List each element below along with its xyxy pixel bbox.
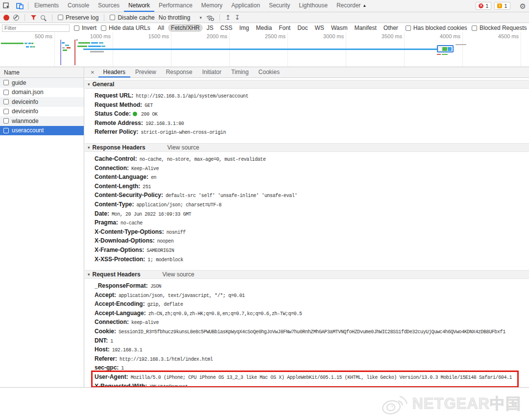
checkbox-icon <box>3 80 9 85</box>
devtools-panel-tab[interactable]: Elements <box>30 0 63 12</box>
request-type-filter[interactable]: Doc <box>294 24 311 32</box>
devtools-panel-tab[interactable]: Security <box>264 0 294 12</box>
header-row: X-Content-Type-Options:nosniff <box>85 227 529 237</box>
section-header[interactable]: ▾ Response Headers View source <box>85 143 529 152</box>
invert-checkbox[interactable]: Invert <box>74 25 96 31</box>
network-conditions-icon[interactable] <box>206 14 214 21</box>
request-type-filter[interactable]: JS <box>204 24 216 32</box>
request-row[interactable]: deviceinfo <box>0 97 84 107</box>
disclosure-triangle-icon: ▾ <box>88 272 90 277</box>
checkbox-icon <box>406 25 411 31</box>
request-row[interactable]: guide <box>0 78 84 88</box>
header-row: X-Requested-With:XMLHttpRequest <box>85 382 529 387</box>
request-type-filter[interactable]: Img <box>236 24 252 32</box>
request-row[interactable]: domain.json <box>0 88 84 98</box>
request-type-filter[interactable]: WS <box>312 24 327 32</box>
checkbox-icon <box>3 90 9 95</box>
devtools-panel-tab[interactable]: Lighthouse <box>294 0 332 12</box>
preserve-log-checkbox[interactable]: Preserve log <box>58 14 98 21</box>
filter-input[interactable] <box>2 25 70 32</box>
view-source-link[interactable]: View source <box>163 271 194 278</box>
device-toolbar-icon[interactable] <box>13 0 26 12</box>
network-toolbar: Preserve log Disable cache No throttling… <box>0 12 529 23</box>
checkbox-icon <box>74 25 79 31</box>
section-header[interactable]: ▾ General <box>85 80 529 89</box>
request-type-filter[interactable]: Manifest <box>351 24 379 32</box>
filter-funnel-icon[interactable] <box>30 15 37 21</box>
header-row: User-Agent:Mozilla/5.0 (iPhone; CPU iPho… <box>85 372 529 382</box>
export-har-icon[interactable]: ↧ <box>235 14 240 21</box>
request-row[interactable]: wlanmode <box>0 116 84 126</box>
request-type-filter[interactable]: Wasm <box>328 24 351 32</box>
divider <box>24 14 25 21</box>
detail-tab[interactable]: Timing <box>226 67 254 77</box>
devtools-panel-tab[interactable]: Console <box>63 0 94 12</box>
network-overview-timeline[interactable]: 500 ms 1000 ms 1500 ms 2000 ms 2500 ms 3… <box>0 32 529 67</box>
request-type-filter[interactable]: Fetch/XHR <box>168 24 203 32</box>
disable-cache-checkbox[interactable]: Disable cache <box>110 14 154 21</box>
view-source-link[interactable]: View source <box>168 144 199 151</box>
detail-tabbar: × HeadersPreviewResponseInitiatorTimingC… <box>85 67 529 78</box>
header-row: X-Frame-Options:SAMEORIGIN <box>85 246 529 255</box>
devtools-panel-tab[interactable]: Sources <box>94 0 124 12</box>
experiment-flag-icon: ▲ <box>362 3 366 8</box>
error-count-badge[interactable]: ✕ 1 <box>476 2 491 10</box>
divider <box>28 2 28 10</box>
header-row: Remote Address:192.168.3.1:80 <box>85 119 529 128</box>
request-headers-section: ▾ Request Headers View source _ResponseF… <box>85 270 529 387</box>
request-detail-panel: × HeadersPreviewResponseInitiatorTimingC… <box>85 67 529 387</box>
search-icon[interactable] <box>41 15 45 20</box>
checkbox-icon <box>3 128 9 133</box>
request-type-filter[interactable]: Other <box>381 24 401 32</box>
request-type-filter[interactable]: CSS <box>217 24 236 32</box>
divider <box>219 14 220 21</box>
devtools-panel-tab[interactable]: Network <box>124 0 154 12</box>
panel-bottom-border <box>0 387 529 388</box>
header-row: Content-Security-Policy:default-src 'sel… <box>85 191 529 200</box>
blocked-requests-checkbox[interactable]: Blocked Requests <box>472 25 527 31</box>
request-type-filter[interactable]: Media <box>253 24 275 32</box>
watermark-text: NETGEAR中国 <box>412 394 521 414</box>
hide-data-urls-checkbox[interactable]: Hide data URLs <box>101 25 150 31</box>
detail-tab[interactable]: Preview <box>130 67 161 77</box>
divider <box>104 14 104 21</box>
inspect-element-icon[interactable] <box>0 0 13 12</box>
pending-request-bar <box>83 49 444 50</box>
checkbox-icon <box>58 15 63 20</box>
section-header[interactable]: ▾ Request Headers View source <box>85 270 529 279</box>
throttling-select[interactable]: No throttling ▾ <box>159 14 202 21</box>
header-row: Connection:keep-alive <box>85 318 529 327</box>
record-button[interactable] <box>3 15 9 21</box>
devtools-panel-tab[interactable]: Application <box>227 0 264 12</box>
detail-tab[interactable]: Response <box>161 67 197 77</box>
divider <box>52 14 52 21</box>
header-row: Cache-Control:no-cache, no-store, max-ag… <box>85 154 529 164</box>
request-row[interactable]: deviceinfo <box>0 107 84 117</box>
devtools-panel-tab[interactable]: Memory <box>197 0 227 12</box>
detail-tab[interactable]: Cookies <box>254 67 285 77</box>
response-headers-section: ▾ Response Headers View source Cache-Con… <box>85 143 529 266</box>
import-har-icon[interactable]: ↥ <box>225 14 231 21</box>
header-row: Date:Mon, 20 Jun 2022 16:09:33 GMT <box>85 209 529 219</box>
header-row: Cookie:SessionID_R3=5fbhucz9kunsL8e8c5PW… <box>85 327 529 336</box>
issues-count-badge[interactable]: ! 1 <box>494 2 510 10</box>
clear-icon[interactable] <box>13 15 19 21</box>
detail-tab[interactable]: Headers <box>98 67 130 77</box>
request-type-filter[interactable]: Font <box>276 24 293 32</box>
has-blocked-cookies-checkbox[interactable]: Has blocked cookies <box>406 25 467 31</box>
name-column-header[interactable]: Name <box>0 67 84 78</box>
checkbox-icon <box>101 25 106 31</box>
request-list-panel: Name guide domain.json deviceinfo device… <box>0 67 84 387</box>
request-type-filter[interactable]: All <box>155 24 167 32</box>
tabbar-right: ✕ 1 ! 1 ⚙ <box>476 0 529 12</box>
settings-gear-icon[interactable]: ⚙ <box>520 2 526 10</box>
devtools-panel-tab[interactable]: Performance <box>154 0 197 12</box>
close-icon[interactable]: × <box>85 67 98 77</box>
header-row: DNT:1 <box>85 336 529 346</box>
general-section: ▾ General Request URL:http://192.168.3.1… <box>85 80 529 139</box>
devtools-panel-tab[interactable]: Recorder ▲ <box>332 0 371 12</box>
disclosure-triangle-icon: ▾ <box>88 145 90 150</box>
request-row[interactable]: useraccount <box>0 126 84 136</box>
detail-tab[interactable]: Initiator <box>197 67 226 77</box>
header-row: Request Method:GET <box>85 100 529 110</box>
